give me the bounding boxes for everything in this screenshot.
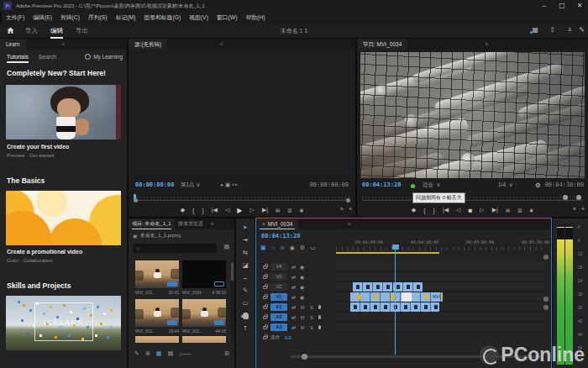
menu-item[interactable]: 编辑(E) <box>29 13 56 22</box>
export-frame-icon[interactable]: ◉ <box>300 208 304 213</box>
close-button[interactable]: ✕ <box>571 0 588 12</box>
insert-icon[interactable]: ▤ <box>276 208 280 213</box>
lock-icon[interactable] <box>263 336 267 339</box>
step-forward-icon[interactable]: ▷ <box>250 207 255 213</box>
new-item-icon[interactable]: ⊞ <box>224 350 229 357</box>
step-back-icon[interactable]: ◁ <box>456 207 460 213</box>
tab-search[interactable]: Search <box>39 54 57 60</box>
panel-menu-icon[interactable]: ≡ <box>347 221 350 227</box>
lock-icon[interactable] <box>263 276 267 279</box>
menu-item[interactable]: 图形和标题(G) <box>139 13 185 22</box>
extract-icon[interactable]: ▥ <box>517 208 522 213</box>
add-button-icon[interactable]: + <box>349 206 352 212</box>
settings-wrench-icon[interactable]: ⚙ <box>535 181 541 189</box>
selection-tool[interactable]: ➤ <box>236 222 255 233</box>
track-target-button[interactable]: A2 <box>270 313 287 321</box>
project-vscrollbar[interactable] <box>231 259 234 343</box>
freeform-view-icon[interactable]: ▤ <box>167 350 173 357</box>
menu-item[interactable]: 序列(S) <box>84 13 112 22</box>
timeline-clip[interactable] <box>393 282 423 292</box>
razor-tool[interactable]: ◪ <box>236 260 255 271</box>
voiceover-mic-icon[interactable] <box>318 325 321 329</box>
menu-item[interactable]: 视图(V) <box>185 13 213 22</box>
program-monitor-tab[interactable]: 节目: MVI_0034 <box>357 39 407 50</box>
clip-name[interactable]: MVI_003... <box>182 329 202 334</box>
zoom-handle[interactable] <box>563 195 568 200</box>
playhead-line[interactable] <box>395 245 396 355</box>
step-forward-icon[interactable]: ▷ <box>480 207 484 213</box>
clip-thumbnail[interactable] <box>182 299 226 327</box>
track-target-button[interactable]: A3 <box>270 323 287 331</box>
step-back-icon[interactable]: ◁ <box>225 207 229 213</box>
timeline-timecode[interactable]: 00:04:13:20 <box>261 233 300 239</box>
zoom-slider[interactable]: ○── <box>179 351 191 357</box>
learn-panel-tab[interactable]: Learn <box>0 39 26 50</box>
tab-overflow-icon[interactable]: » <box>211 221 214 227</box>
track-output-eye-icon[interactable]: ◉ <box>300 294 304 300</box>
tutorial-card-image[interactable] <box>6 191 121 245</box>
media-browser-tab[interactable]: 媒体浏览器 <box>175 218 207 229</box>
source-controls-icons[interactable]: ▸ ▣ ⊶ <box>221 181 238 188</box>
rectangle-tool[interactable]: ▭ <box>236 297 255 308</box>
mute-button[interactable]: M <box>300 305 305 310</box>
mute-button[interactable]: M <box>300 325 305 330</box>
scroll-handle[interactable] <box>346 198 350 202</box>
clip-thumbnail[interactable] <box>135 299 179 327</box>
lock-icon[interactable] <box>263 286 267 289</box>
quick-export-icon[interactable]: ⇧ <box>549 26 555 34</box>
lock-icon[interactable] <box>263 296 267 299</box>
timeline-settings-icon[interactable]: ⚙ <box>300 244 305 251</box>
slip-tool[interactable]: ↔ <box>236 272 255 283</box>
clip-thumbnail[interactable] <box>182 260 226 288</box>
project-tab[interactable]: 项目: 未命名_1_1 <box>129 218 175 229</box>
overflow-icon[interactable]: » <box>340 206 344 212</box>
master-volume-value[interactable]: 0.0 <box>285 335 291 340</box>
timeline-clip[interactable]: MVI <box>350 292 443 302</box>
vscroll-dot[interactable] <box>543 255 549 260</box>
track-target-button[interactable]: V1 <box>270 293 287 301</box>
add-marker-icon[interactable]: ◉ <box>290 244 295 251</box>
export-frame-icon[interactable]: ◉ <box>529 208 533 213</box>
source-zoom-select[interactable]: 第1点 ∨ <box>181 181 200 189</box>
sync-lock-icon[interactable]: ⇄ <box>291 274 296 280</box>
panel-menu-icon[interactable]: ≡ <box>219 41 223 47</box>
pen-tool[interactable]: ✎ <box>236 285 255 296</box>
program-video-frame[interactable] <box>360 52 585 178</box>
goto-in-icon[interactable]: |◀ <box>212 207 218 213</box>
track-lane-V3[interactable] <box>336 272 544 281</box>
track-target-button[interactable]: A1 <box>270 303 287 311</box>
sync-lock-icon[interactable]: ⇄ <box>291 294 296 300</box>
program-scrubber[interactable] <box>362 196 583 202</box>
sync-lock-icon[interactable]: ⇄ <box>291 304 296 310</box>
clip-name[interactable]: MVI_003... <box>135 329 155 334</box>
lock-icon[interactable] <box>263 306 267 309</box>
vscroll-dot[interactable] <box>543 305 549 310</box>
menu-item[interactable]: 标记(M) <box>112 13 140 22</box>
panel-menu-icon[interactable]: ≡ <box>61 41 65 47</box>
search-input[interactable]: ⌕ <box>133 244 217 253</box>
clip-thumbnail-partial[interactable] <box>135 336 179 343</box>
tutorial-card-image[interactable] <box>6 85 121 139</box>
source-timecode[interactable]: 00:00:00:00 <box>135 181 174 188</box>
track-select-tool[interactable]: ⇥ <box>236 234 255 245</box>
filter-icon[interactable]: ▤ <box>223 244 229 250</box>
add-marker-icon[interactable]: ◆ <box>412 207 416 213</box>
track-lane-A2[interactable] <box>336 313 544 322</box>
mark-out-icon[interactable]: } <box>202 208 203 213</box>
list-view-icon[interactable]: ≣ <box>145 350 150 357</box>
minimize-button[interactable]: – <box>536 0 553 12</box>
add-marker-icon[interactable]: ◆ <box>181 207 185 213</box>
voiceover-mic-icon[interactable] <box>318 305 321 309</box>
dropped-frame-indicator[interactable] <box>411 184 415 188</box>
add-button-icon[interactable]: + <box>581 206 585 212</box>
menu-item[interactable]: 窗口(W) <box>213 13 242 22</box>
play-icon[interactable]: ▶ <box>237 207 242 214</box>
zoom-handle[interactable] <box>576 195 581 200</box>
icon-view-icon[interactable]: ▦ <box>156 350 162 357</box>
solo-button[interactable]: S <box>309 305 314 310</box>
sync-lock-icon[interactable]: ⇄ <box>291 284 296 290</box>
source-scrubber[interactable] <box>134 196 350 202</box>
vscroll-dot[interactable] <box>543 297 549 302</box>
tutorial-card-title[interactable]: Create a promotional video <box>7 249 82 255</box>
mark-in-icon[interactable]: { <box>192 208 194 213</box>
